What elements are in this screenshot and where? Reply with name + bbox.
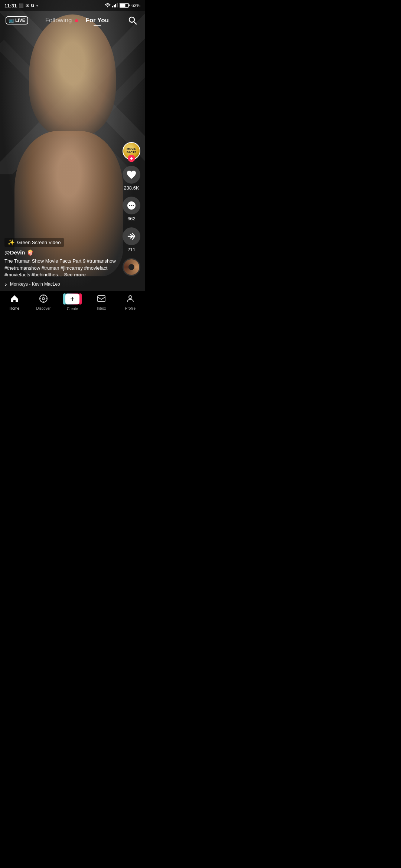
nav-discover[interactable]: Discover [29, 294, 58, 310]
search-button[interactable] [126, 14, 139, 27]
like-button[interactable]: 238.6K [123, 166, 140, 191]
bottom-navigation: Home Discover + Create [0, 291, 145, 313]
music-disc[interactable] [123, 258, 140, 276]
nav-tabs: Following For You [45, 17, 109, 24]
live-dot [75, 19, 78, 22]
create-label: Create [67, 307, 78, 311]
music-disc-center [128, 264, 134, 270]
svg-point-15 [129, 205, 130, 206]
music-title: Monkeys - Kevin MacLeo [10, 282, 60, 287]
status-left: 11:31 ⬛ ✉ G ● [4, 3, 38, 9]
share-icon [123, 227, 140, 245]
svg-rect-4 [117, 3, 118, 7]
svg-rect-2 [114, 5, 115, 7]
inbox-label: Inbox [97, 306, 106, 310]
creator-username[interactable]: @Devin 🍿 [4, 249, 117, 256]
signal-icon [112, 3, 118, 8]
effect-name: Green Screen Video [17, 240, 61, 245]
tab-following[interactable]: Following [45, 17, 78, 24]
svg-point-25 [129, 296, 132, 299]
mail-icon: ✉ [26, 3, 29, 8]
heart-icon [123, 166, 140, 184]
right-action-bar: MOVIE FACTS + 238.6K 662 [123, 142, 140, 276]
inbox-icon [97, 294, 106, 305]
video-person-top [29, 14, 116, 137]
sticker-icon: ✨ [7, 239, 15, 246]
tab-foryou[interactable]: For You [85, 17, 109, 24]
like-count: 238.6K [124, 185, 139, 191]
comment-icon [123, 197, 140, 214]
see-more-button[interactable]: See more [64, 272, 86, 277]
svg-rect-24 [98, 296, 105, 302]
creator-avatar[interactable]: MOVIE FACTS + [123, 142, 140, 160]
profile-icon [126, 294, 135, 305]
svg-point-0 [107, 6, 108, 7]
battery-percent: 63% [131, 3, 140, 8]
discover-label: Discover [36, 306, 51, 310]
dot-icon: ● [36, 4, 38, 7]
battery-icon [120, 3, 130, 9]
svg-point-16 [131, 205, 132, 206]
home-label: Home [10, 306, 20, 310]
svg-point-19 [42, 297, 45, 300]
video-caption: The Truman Show Movie Facts Part 9 #trum… [4, 258, 117, 278]
follow-button[interactable]: + [128, 155, 135, 162]
share-button[interactable]: 211 [123, 227, 140, 252]
status-bar: 11:31 ⬛ ✉ G ● [0, 0, 145, 11]
nav-profile[interactable]: Profile [116, 294, 145, 310]
plus-icon: + [70, 295, 75, 303]
status-right: 63% [105, 3, 140, 9]
video-info: ✨ Green Screen Video @Devin 🍿 The Truman… [4, 238, 117, 287]
g-icon: G [31, 3, 34, 8]
music-note-icon: ♪ [4, 281, 7, 287]
nav-inbox[interactable]: Inbox [87, 294, 116, 310]
create-button-inner: + [65, 294, 79, 304]
svg-rect-3 [115, 4, 116, 7]
live-badge[interactable]: 📺 LIVE [6, 16, 28, 24]
nav-home[interactable]: Home [0, 294, 29, 310]
screen-icon: ⬛ [19, 3, 24, 8]
tv-icon: 📺 [9, 18, 14, 23]
profile-label: Profile [125, 306, 136, 310]
music-info[interactable]: ♪ Monkeys - Kevin MacLeo [4, 281, 117, 287]
svg-rect-7 [120, 4, 125, 7]
svg-rect-6 [128, 4, 130, 6]
effect-badge[interactable]: ✨ Green Screen Video [4, 238, 64, 247]
svg-line-13 [134, 22, 136, 24]
create-button[interactable]: + [65, 293, 80, 305]
home-icon [10, 294, 19, 305]
discover-icon [39, 294, 48, 305]
live-text: LIVE [15, 18, 25, 23]
svg-rect-1 [112, 6, 113, 7]
comment-button[interactable]: 662 [123, 197, 140, 221]
svg-point-17 [133, 205, 134, 206]
share-count: 211 [127, 247, 136, 252]
comment-count: 662 [127, 216, 136, 221]
nav-create[interactable]: + Create [58, 293, 87, 311]
top-navigation: 📺 LIVE Following For You [0, 11, 145, 30]
wifi-icon [105, 3, 111, 8]
status-time: 11:31 [4, 3, 17, 9]
